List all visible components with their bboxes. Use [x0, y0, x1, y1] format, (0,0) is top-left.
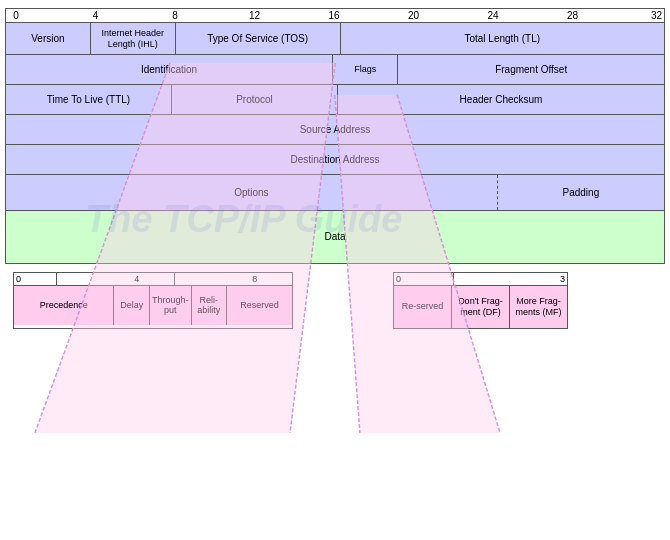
- ruler-label-8: 8: [165, 9, 185, 22]
- options-field: Options: [6, 175, 498, 210]
- tos-precedence: Precedence: [14, 286, 114, 325]
- flags-ruler-3: 3: [508, 273, 567, 285]
- tos-ruler-0: 0: [14, 273, 57, 285]
- tos-ruler-4: 4: [132, 273, 175, 285]
- protocol-field: Protocol: [172, 85, 338, 114]
- tos-field: Type Of Service (TOS): [176, 23, 341, 54]
- ttl-field: Time To Live (TTL): [6, 85, 172, 114]
- flags-field: Flags: [333, 55, 398, 84]
- header-diagram: 0 4 8 12 16 20 24 28 32 Version Internet…: [5, 8, 665, 264]
- row-4: Source Address: [6, 115, 664, 145]
- flags-detail-ruler: 0 3: [394, 273, 567, 286]
- tos-ruler-8: 8: [250, 273, 292, 285]
- tos-detail-ruler: 0 4 8: [14, 273, 292, 286]
- ruler-label-0: 0: [6, 9, 26, 22]
- data-field: Data: [6, 211, 664, 263]
- tos-detail-row: Precedence Delay Through-put Reli-abilit…: [14, 286, 292, 325]
- flags-detail-row: Re-served Don't Frag-ment (DF) More Frag…: [394, 286, 567, 328]
- ruler-label-28: 28: [563, 9, 583, 22]
- tos-throughput: Through-put: [150, 286, 192, 325]
- ruler-label-20: 20: [404, 9, 424, 22]
- destination-address-field: Destination Address: [6, 145, 664, 174]
- flags-df: Don't Frag-ment (DF): [452, 286, 510, 328]
- tos-reserved: Reserved: [227, 286, 292, 325]
- padding-field: Padding: [498, 175, 664, 210]
- data-row: Data: [6, 211, 664, 263]
- detail-diagrams: 0 4 8 Precedence Delay Through-put Reli-…: [5, 272, 665, 329]
- flags-mf: More Frag-ments (MF): [510, 286, 567, 328]
- ruler-label-24: 24: [483, 9, 503, 22]
- version-field: Version: [6, 23, 91, 54]
- row-1: Version Internet Header Length (IHL) Typ…: [6, 23, 664, 55]
- tos-delay: Delay: [114, 286, 150, 325]
- flags-ruler-0: 0: [394, 273, 454, 285]
- tos-detail-box: 0 4 8 Precedence Delay Through-put Reli-…: [13, 272, 293, 329]
- ruler-label-32: 32: [642, 9, 664, 22]
- total-length-field: Total Length (TL): [341, 23, 665, 54]
- flags-detail-box: 0 3 Re-served Don't Frag-ment (DF) More …: [393, 272, 568, 329]
- ruler-label-12: 12: [245, 9, 265, 22]
- row-6: Options Padding: [6, 175, 664, 211]
- flags-reserved: Re-served: [394, 286, 452, 328]
- ihl-field: Internet Header Length (IHL): [91, 23, 176, 54]
- bit-ruler: 0 4 8 12 16 20 24 28 32: [6, 9, 664, 23]
- identification-field: Identification: [6, 55, 333, 84]
- row-3: Time To Live (TTL) Protocol Header Check…: [6, 85, 664, 115]
- diagram-container: 0 4 8 12 16 20 24 28 32 Version Internet…: [5, 8, 665, 329]
- header-checksum-field: Header Checksum: [338, 85, 664, 114]
- source-address-field: Source Address: [6, 115, 664, 144]
- ruler-label-4: 4: [86, 9, 106, 22]
- row-5: Destination Address: [6, 145, 664, 175]
- fragment-offset-field: Fragment Offset: [398, 55, 664, 84]
- ruler-label-16: 16: [324, 9, 344, 22]
- row-2: Identification Flags Fragment Offset: [6, 55, 664, 85]
- tos-reliability: Reli-ability: [192, 286, 228, 325]
